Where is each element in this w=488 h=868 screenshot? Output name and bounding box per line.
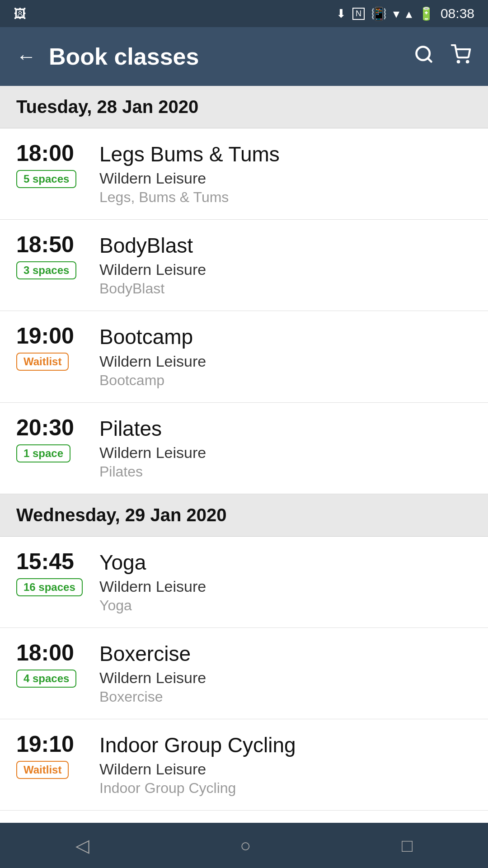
class-time: 19:10 xyxy=(16,733,74,755)
nav-bar: ← Book classes xyxy=(0,27,488,86)
back-button[interactable]: ← xyxy=(16,45,36,68)
class-badge: 16 spaces xyxy=(16,578,83,596)
class-item-boxercise[interactable]: 18:00 4 spaces Boxercise Wildern Leisure… xyxy=(0,628,488,719)
class-category: Legs, Bums & Tums xyxy=(99,189,472,206)
class-time-col: 18:00 4 spaces xyxy=(16,642,89,688)
class-time: 18:00 xyxy=(16,142,74,165)
class-item-pilates[interactable]: 20:30 1 space Pilates Wildern Leisure Pi… xyxy=(0,403,488,494)
class-info: Boxercise Wildern Leisure Boxercise xyxy=(89,642,472,705)
class-time-col: 15:45 16 spaces xyxy=(16,550,89,596)
class-item-cycling[interactable]: 19:10 Waitlist Indoor Group Cycling Wild… xyxy=(0,719,488,811)
section-header-wednesday: Wednesday, 29 Jan 2020 xyxy=(0,494,488,537)
class-venue: Wildern Leisure xyxy=(99,353,472,370)
class-name: Bootcamp xyxy=(99,325,472,349)
class-badge: Waitlist xyxy=(16,353,69,371)
class-category: Indoor Group Cycling xyxy=(99,780,472,797)
photo-icon: 🖼 xyxy=(14,6,26,21)
class-time-col: 18:00 5 spaces xyxy=(16,142,89,188)
class-name: Legs Bums & Tums xyxy=(99,142,472,167)
section-header-tuesday: Tuesday, 28 Jan 2020 xyxy=(0,86,488,128)
class-category: BodyBlast xyxy=(99,280,472,297)
status-time: 08:38 xyxy=(441,6,474,21)
class-venue: Wildern Leisure xyxy=(99,578,472,595)
class-venue: Wildern Leisure xyxy=(99,261,472,278)
class-venue: Wildern Leisure xyxy=(99,760,472,778)
class-venue: Wildern Leisure xyxy=(99,170,472,187)
recent-nav-button[interactable]: □ xyxy=(402,835,413,856)
svg-point-2 xyxy=(458,61,460,63)
class-category: Pilates xyxy=(99,463,472,480)
class-item-bodyblast[interactable]: 18:50 3 spaces BodyBlast Wildern Leisure… xyxy=(0,220,488,311)
class-time: 18:50 xyxy=(16,233,74,256)
class-name: Yoga xyxy=(99,550,472,575)
class-time-col: 19:10 Waitlist xyxy=(16,733,89,779)
class-time-col: 18:50 3 spaces xyxy=(16,233,89,279)
status-bar: 🖼 ⬇ N 📳 ▾ ▴ 🔋 08:38 xyxy=(0,0,488,27)
class-info: Legs Bums & Tums Wildern Leisure Legs, B… xyxy=(89,142,472,206)
vibrate-icon: 📳 xyxy=(371,6,387,21)
class-name: Boxercise xyxy=(99,642,472,666)
class-item-lbt[interactable]: 18:00 5 spaces Legs Bums & Tums Wildern … xyxy=(0,128,488,220)
status-bar-left: 🖼 xyxy=(14,6,26,21)
class-info: BodyBlast Wildern Leisure BodyBlast xyxy=(89,233,472,297)
class-name: Pilates xyxy=(99,416,472,441)
class-badge: 5 spaces xyxy=(16,170,76,188)
wifi-icon: ▾ xyxy=(393,6,399,21)
class-name: BodyBlast xyxy=(99,233,472,258)
class-item-bootcamp[interactable]: 19:00 Waitlist Bootcamp Wildern Leisure … xyxy=(0,311,488,402)
class-category: Boxercise xyxy=(99,689,472,705)
class-time-col: 19:00 Waitlist xyxy=(16,325,89,371)
class-info: Yoga Wildern Leisure Yoga xyxy=(89,550,472,614)
class-venue: Wildern Leisure xyxy=(99,444,472,462)
nav-icons xyxy=(414,44,472,69)
class-info: Bootcamp Wildern Leisure Bootcamp xyxy=(89,325,472,388)
class-time: 19:00 xyxy=(16,325,74,347)
class-info: Indoor Group Cycling Wildern Leisure Ind… xyxy=(89,733,472,797)
class-time-col: 20:30 1 space xyxy=(16,416,89,462)
cart-button[interactable] xyxy=(450,44,472,69)
class-badge: 1 space xyxy=(16,444,70,462)
class-item-yoga[interactable]: 15:45 16 spaces Yoga Wildern Leisure Yog… xyxy=(0,537,488,628)
class-time: 15:45 xyxy=(16,550,74,573)
class-time: 20:30 xyxy=(16,416,74,439)
class-name: Indoor Group Cycling xyxy=(99,733,472,758)
bluetooth-icon: ⬇ xyxy=(336,7,346,21)
svg-line-1 xyxy=(428,58,432,62)
search-button[interactable] xyxy=(414,44,434,69)
back-nav-button[interactable]: ◁ xyxy=(75,835,89,856)
class-badge: 4 spaces xyxy=(16,670,76,688)
class-badge: Waitlist xyxy=(16,761,69,779)
class-category: Yoga xyxy=(99,597,472,614)
battery-icon: 🔋 xyxy=(418,6,434,21)
class-time: 18:00 xyxy=(16,642,74,664)
class-info: Pilates Wildern Leisure Pilates xyxy=(89,416,472,480)
class-category: Bootcamp xyxy=(99,372,472,389)
classes-list: Tuesday, 28 Jan 2020 18:00 5 spaces Legs… xyxy=(0,86,488,856)
status-bar-right: ⬇ N 📳 ▾ ▴ 🔋 08:38 xyxy=(336,6,474,21)
class-badge: 3 spaces xyxy=(16,261,76,279)
nfc-icon: N xyxy=(352,8,365,20)
page-title: Book classes xyxy=(49,43,414,70)
home-nav-button[interactable]: ○ xyxy=(240,835,251,856)
svg-point-3 xyxy=(467,61,469,63)
signal-icon: ▴ xyxy=(406,6,412,21)
bottom-nav: ◁ ○ □ xyxy=(0,823,488,868)
class-venue: Wildern Leisure xyxy=(99,669,472,687)
